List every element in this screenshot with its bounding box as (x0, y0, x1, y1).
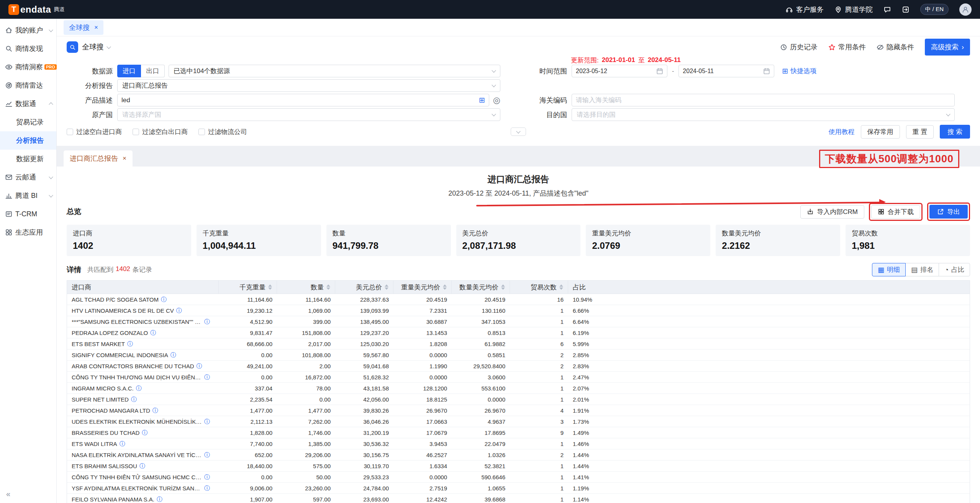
date-to-input[interactable]: 2024-05-11 (678, 65, 774, 77)
import-crm-button[interactable]: 导入内部CRM (800, 205, 864, 219)
quick-options-link[interactable]: ⊞ 快捷选项 (782, 67, 816, 75)
favorite-conditions-button[interactable]: 常用条件 (828, 42, 866, 52)
filter-blank-importer-checkbox[interactable]: 过滤空白进口商 (67, 127, 122, 136)
sidebar-item-bi[interactable]: 腾道 BI (0, 186, 56, 205)
sidebar-item-discovery[interactable]: 商情发现 (0, 39, 56, 58)
history-button[interactable]: 历史记录 (780, 42, 818, 52)
table-row[interactable]: ***"SAMSUNG ELECTRONICS UZBEKISTAN"" mas… (67, 316, 970, 327)
global-search-engine-icon[interactable] (67, 41, 78, 53)
hs-code-input[interactable] (576, 96, 951, 104)
export-toggle[interactable]: 出口 (141, 65, 165, 77)
table-row[interactable]: ETS WADI LITRAⓘ 7,740.00 1,385.00 30,536… (67, 438, 970, 449)
tutorial-link[interactable]: 使用教程 (829, 127, 855, 136)
product-desc-input[interactable] (121, 96, 479, 104)
col-usd-per-kg[interactable]: 重量美元均价 (393, 281, 452, 294)
customer-service-button[interactable]: 客户服务 (785, 5, 824, 14)
company-info-icon[interactable]: ⓘ (150, 329, 156, 336)
checkbox[interactable] (133, 129, 139, 135)
merge-download-button[interactable]: 合并下载 (871, 205, 920, 219)
sidebar-item-tcrm[interactable]: T-CRM (0, 205, 56, 223)
view-detail-button[interactable]: ▦明细 (872, 263, 906, 276)
sort-icon[interactable] (501, 284, 505, 290)
company-info-icon[interactable]: ⓘ (204, 418, 210, 425)
import-toggle[interactable]: 进口 (117, 65, 141, 77)
company-info-icon[interactable]: ⓘ (204, 318, 210, 325)
close-icon[interactable]: × (123, 155, 126, 162)
search-button[interactable]: 搜 索 (940, 125, 970, 139)
sidebar-item-data-updates[interactable]: 数据更新 (0, 150, 56, 168)
company-info-icon[interactable]: ⓘ (127, 340, 133, 348)
table-row[interactable]: PETROCHAD MANGARA LTDⓘ 1,477.00 1,477.00… (67, 405, 970, 416)
company-info-icon[interactable]: ⓘ (204, 451, 210, 459)
table-row[interactable]: FEILO SYLVANIA PANAMA S.A.ⓘ 1,907.00 597… (67, 494, 970, 503)
table-row[interactable]: ETS BRAHIM SALISSOUⓘ 18,440.00 575.00 30… (67, 461, 970, 472)
company-info-icon[interactable]: ⓘ (152, 407, 158, 414)
sidebar-item-analysis-reports[interactable]: 分析报告 (0, 131, 56, 150)
workspace-icon[interactable] (902, 6, 910, 13)
table-row[interactable]: SIGNIFY COMMERCIAL INDONESIAⓘ 0.00 101,8… (67, 349, 970, 361)
dest-country-select[interactable]: 请选择目的国 (572, 108, 955, 121)
data-source-select[interactable]: 已选中104个数据源 (169, 65, 500, 77)
hide-conditions-button[interactable]: 隐藏条件 (877, 42, 914, 52)
table-row[interactable]: YSF AYDINLATMA ELEKTRONİK TURİZM SANAYİ … (67, 483, 970, 494)
sort-icon[interactable] (326, 284, 330, 290)
col-trade-count[interactable]: 贸易次数 (510, 281, 568, 294)
col-usd-per-qty[interactable]: 数量美元均价 (452, 281, 510, 294)
col-kg-weight[interactable]: 千克重量 (219, 281, 277, 294)
report-type-select[interactable]: 进口商汇总报告 (117, 79, 500, 92)
sort-icon[interactable] (268, 284, 272, 290)
advanced-search-button[interactable]: 高级搜索› (925, 39, 970, 56)
company-info-icon[interactable]: ⓘ (176, 307, 182, 314)
collapse-panel-button[interactable] (511, 127, 526, 136)
checkbox[interactable] (67, 129, 73, 135)
table-row[interactable]: ETS BEST MARKETⓘ 68,666.00 2,017.00 125,… (67, 338, 970, 349)
company-info-icon[interactable]: ⓘ (196, 363, 202, 370)
tendata-logo[interactable]: T endata 腾道 (8, 4, 64, 15)
sidebar-item-my-account[interactable]: 我的账户 (0, 21, 56, 39)
origin-country-select[interactable]: 请选择原产国 (117, 108, 500, 121)
sort-icon[interactable] (443, 284, 447, 290)
filter-blank-exporter-checkbox[interactable]: 过滤空白出口商 (133, 127, 188, 136)
col-usd-total[interactable]: 美元总价 (335, 281, 393, 294)
view-share-button[interactable]: ◔占比 (939, 263, 970, 276)
company-info-icon[interactable]: ⓘ (142, 429, 147, 436)
engine-selector[interactable]: 全球搜 (82, 42, 110, 52)
date-from-input[interactable]: 2023-05-12 (572, 65, 667, 77)
table-row[interactable]: CÔNG TY TNHH THƯƠNG MAI DỊCH VỤ ĐIÊN MAN… (67, 372, 970, 383)
table-row[interactable]: INGRAM MICRO S.A.C.ⓘ 337.04 78.00 43,181… (67, 383, 970, 394)
avatar[interactable] (959, 3, 972, 16)
reset-button[interactable]: 重 置 (906, 125, 934, 139)
message-icon[interactable] (883, 6, 891, 13)
sidebar-item-insight[interactable]: 商情洞察 PRO (0, 58, 56, 76)
table-row[interactable]: CÔNG TY TNHH ĐIÊN TỬ SAMSUNG HCMC CE COM… (67, 472, 970, 483)
table-row[interactable]: HTV LATINOAMERICA S DE RL DE CVⓘ 19,230.… (67, 305, 970, 316)
sidebar-item-data-hub[interactable]: 数据通 (0, 95, 56, 113)
academy-button[interactable]: 腾道学院 (834, 5, 873, 14)
company-info-icon[interactable]: ⓘ (157, 496, 162, 503)
table-row[interactable]: BRASSERIES DU TCHADⓘ 1,828.00 1,746.00 3… (67, 427, 970, 438)
close-icon[interactable]: × (94, 24, 98, 31)
collapse-sidebar-button[interactable]: « (0, 485, 56, 503)
tab-global-search[interactable]: 全球搜 × (64, 20, 103, 35)
table-row[interactable]: AGL TCHAD P/C SOGEA SATOMⓘ 11,164.60 11,… (67, 294, 970, 305)
sidebar-item-radar[interactable]: 商情雷达 (0, 76, 56, 95)
table-row[interactable]: NASA ELEKTRİK AYDINLATMA SANAYİ VE TİCAR… (67, 449, 970, 461)
view-ranking-button[interactable]: ▤排名 (905, 263, 939, 276)
sidebar-item-cloud-mail[interactable]: 云邮通 (0, 168, 56, 186)
table-row[interactable]: UDES ELEKTRIK ELEKTRONİK MÜHENDİSLİK SAN… (67, 416, 970, 427)
company-info-icon[interactable]: ⓘ (136, 385, 142, 392)
image-search-icon[interactable]: ◎ (493, 96, 500, 105)
tab-import-summary-report[interactable]: 进口商汇总报告 × (64, 150, 133, 167)
company-info-icon[interactable]: ⓘ (204, 485, 210, 492)
company-info-icon[interactable]: ⓘ (170, 351, 176, 359)
language-toggle[interactable]: 中 / EN (920, 4, 949, 15)
company-info-icon[interactable]: ⓘ (204, 474, 210, 481)
company-info-icon[interactable]: ⓘ (131, 396, 137, 403)
table-row[interactable]: ARAB CONTRACTORS BRANCHE DU TCHADⓘ 49,24… (67, 361, 970, 372)
sidebar-item-eco-apps[interactable]: 生态应用 (0, 223, 56, 242)
company-info-icon[interactable]: ⓘ (204, 374, 210, 381)
sort-icon[interactable] (559, 284, 563, 290)
save-conditions-button[interactable]: 保存常用 (861, 125, 900, 139)
col-quantity[interactable]: 数量 (277, 281, 335, 294)
table-row[interactable]: PEDRAJA LOPEZ GONZALOⓘ 9,831.47 151,808.… (67, 327, 970, 338)
